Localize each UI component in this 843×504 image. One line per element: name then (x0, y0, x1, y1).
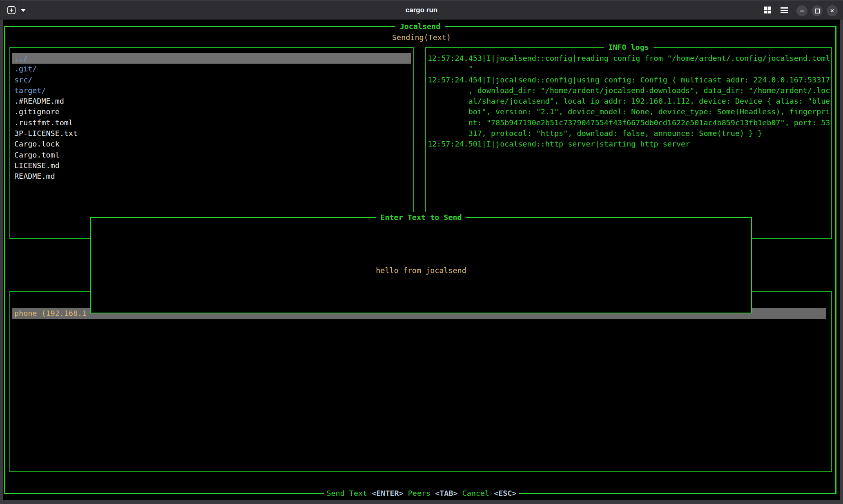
enter-text-modal[interactable]: Enter Text to Send hello from jocalsend (90, 217, 752, 313)
file-list-item[interactable]: src/ (12, 75, 411, 85)
info-logs-title: INFO logs (604, 42, 653, 53)
app-title: Jocalsend (395, 21, 445, 32)
close-button[interactable] (827, 5, 838, 16)
keybinding-hints: Send Text <ENTER> Peers <TAB> Cancel <ES… (324, 488, 519, 499)
file-list-item[interactable]: .git/ (12, 64, 411, 74)
file-list-item[interactable]: .#README.md (12, 96, 411, 107)
file-browser-panel: ../.git/src/target/.#README.md.gitignore… (9, 47, 414, 239)
text-to-send-input[interactable]: hello from jocalsend (91, 265, 751, 276)
hint-key: <ESC> (494, 489, 516, 497)
titlebar-divider (18, 5, 18, 16)
file-list-item[interactable]: ../ (12, 53, 411, 64)
window-titlebar: cargo run + (0, 0, 843, 20)
menu-icon[interactable] (781, 7, 788, 13)
chevron-down-icon[interactable] (20, 6, 27, 14)
app-window: cargo run + Jocalsend Sending(Text) ../.… (0, 0, 843, 504)
file-list-item[interactable]: 3P-LICENSE.txt (12, 128, 411, 139)
app-status: Sending(Text) (0, 32, 843, 43)
plus-icon: + (9, 7, 13, 13)
info-logs-panel: INFO logs 12:57:24.453|I|jocalsend::conf… (425, 47, 832, 239)
hint-key: <ENTER> (372, 489, 404, 497)
file-list-item[interactable]: .rustfmt.toml (12, 118, 411, 128)
window-title: cargo run (0, 0, 843, 20)
hint-key: <TAB> (435, 489, 457, 497)
file-list-item[interactable]: README.md (12, 171, 411, 182)
enter-text-modal-title: Enter Text to Send (376, 212, 466, 223)
file-list-item[interactable]: LICENSE.md (12, 160, 411, 171)
hint-label: Peers (404, 489, 435, 497)
new-tab-button[interactable]: + (7, 6, 16, 14)
file-list-item[interactable]: Cargo.lock (12, 139, 411, 149)
hint-label: Cancel (458, 489, 494, 497)
file-list-item[interactable]: .gitignore (12, 107, 411, 117)
hint-label: Send Text (326, 489, 372, 497)
tiles-icon[interactable] (764, 7, 771, 13)
file-list: ../.git/src/target/.#README.md.gitignore… (11, 53, 412, 182)
file-list-item[interactable]: target/ (12, 85, 411, 96)
file-list-item[interactable]: Cargo.toml (12, 150, 411, 160)
minimize-button[interactable] (796, 5, 807, 16)
peers-panel: phone (192.168.1 (9, 291, 832, 472)
maximize-button[interactable] (812, 5, 823, 16)
log-output: 12:57:24.453|I|jocalsend::config|reading… (428, 53, 830, 150)
